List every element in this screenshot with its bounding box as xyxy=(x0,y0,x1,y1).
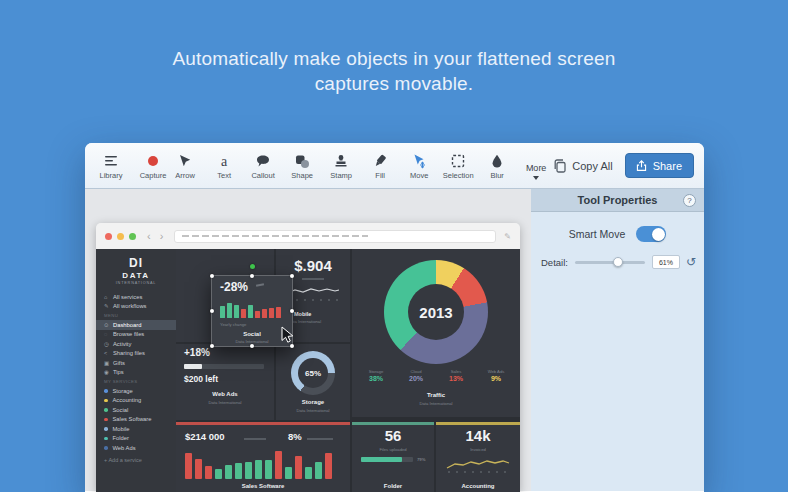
floating-caption: Yearly change xyxy=(220,322,246,327)
service-color-dot xyxy=(104,408,108,412)
svg-text:a: a xyxy=(221,153,228,168)
copy-all-button[interactable]: Copy All xyxy=(552,158,612,174)
stat-label: Storage xyxy=(356,369,396,374)
bar xyxy=(265,460,272,479)
selection-handle[interactable] xyxy=(290,344,294,348)
services-section-header: MY SERVICES xyxy=(96,377,176,386)
bar xyxy=(255,460,262,479)
help-button[interactable]: ? xyxy=(683,194,696,207)
webads-amount: $200 left xyxy=(184,374,218,384)
sales-percent: 8% xyxy=(288,431,302,442)
selection-handle[interactable] xyxy=(290,309,294,313)
tool-text[interactable]: a Text xyxy=(208,152,240,180)
hero-text: Automatically make objects in your flatt… xyxy=(0,46,788,96)
sidebar-service-item: Web Ads xyxy=(96,443,176,453)
copy-all-label: Copy All xyxy=(572,160,612,172)
bar xyxy=(185,453,192,479)
sidebar-service-item: Sales Software xyxy=(96,415,176,425)
tile-sales[interactable]: $214 000 8% Sales Software xyxy=(176,422,350,492)
selection-handle[interactable] xyxy=(250,344,254,348)
bar xyxy=(315,462,322,479)
tile-accounting[interactable]: 14k Invoiced Accounting xyxy=(436,422,520,492)
services-list: Storage Accounting xyxy=(96,386,176,453)
storage-value: 65% xyxy=(291,351,335,395)
more-label: More xyxy=(526,163,547,173)
selection-handle[interactable] xyxy=(210,344,214,348)
sidebar-item-sharing-files: < Sharing files xyxy=(96,349,176,359)
logo-monogram: DI xyxy=(96,256,176,270)
traffic-light-close xyxy=(105,233,112,240)
tool-more[interactable]: More xyxy=(520,163,552,180)
traffic-stat: Web Ads 9% xyxy=(476,369,516,382)
service-color-dot xyxy=(104,446,108,450)
toolbar: Library Capture Arrow a Text xyxy=(85,143,704,189)
tile-traffic[interactable]: 2013 Storage 38% xyxy=(352,249,520,417)
blur-icon xyxy=(489,152,505,170)
panel-title: Tool Properties xyxy=(578,194,658,206)
service-color-dot xyxy=(104,389,108,393)
panel-header: Tool Properties ? xyxy=(531,189,704,212)
traffic-light-zoom xyxy=(129,233,136,240)
bar xyxy=(255,311,260,318)
selection-handle[interactable] xyxy=(210,309,214,313)
selection-handle[interactable] xyxy=(210,274,214,278)
accounting-value: 14k xyxy=(436,427,520,444)
callout-icon xyxy=(255,152,271,170)
tool-fill[interactable]: Fill xyxy=(364,152,396,180)
gift-icon: ▣ xyxy=(104,360,113,366)
menu-section-header: MENU xyxy=(96,311,176,320)
tool-callout[interactable]: Callout xyxy=(247,152,279,180)
tile-webads[interactable]: +18% $200 left Web Ads Data Internationa… xyxy=(176,344,274,420)
tool-selection[interactable]: Selection xyxy=(442,152,474,180)
tool-stamp[interactable]: Stamp xyxy=(325,152,357,180)
stat-value: 13% xyxy=(436,375,476,382)
stamp-icon xyxy=(333,152,349,170)
tile-storage[interactable]: 65% Storage Data International xyxy=(276,344,350,420)
selection-handle[interactable] xyxy=(290,274,294,278)
detail-slider[interactable] xyxy=(575,261,645,264)
bar xyxy=(248,305,253,318)
reset-icon[interactable]: ↺ xyxy=(686,256,696,268)
sidebar-item-gifts: ▣ Gifts xyxy=(96,358,176,368)
rotate-handle[interactable] xyxy=(250,264,255,269)
sidebar-item-all-workflows: ✎ All workflows xyxy=(96,302,176,312)
smart-move-toggle[interactable] xyxy=(636,226,666,242)
bulb-icon: ◉ xyxy=(104,369,113,375)
bar xyxy=(276,307,281,318)
tool-arrow[interactable]: Arrow xyxy=(169,152,201,180)
tool-blur[interactable]: Blur xyxy=(481,152,513,180)
storage-label: Storage xyxy=(276,399,350,405)
stat-label: Sales xyxy=(436,369,476,374)
divider xyxy=(244,438,266,440)
logo-subtitle: INTERNATIONAL xyxy=(96,281,176,285)
detail-value-box[interactable]: 61% xyxy=(652,255,680,269)
tool-move[interactable]: Move xyxy=(403,152,435,180)
sidebar-service-item: Folder xyxy=(96,434,176,444)
slider-knob[interactable] xyxy=(613,257,623,267)
selection-handle[interactable] xyxy=(250,274,254,278)
detail-label: Detail: xyxy=(541,257,568,268)
bar xyxy=(262,309,267,318)
accounting-label: Accounting xyxy=(436,483,520,489)
editor-canvas[interactable]: ‹ › ✎ DI DATA INTERNATIONAL xyxy=(85,189,531,491)
traffic-stats: Storage 38% Cloud 20% xyxy=(356,369,516,382)
tile-folder[interactable]: 56 Files uploaded 79% Folder xyxy=(352,422,434,492)
bar xyxy=(227,303,232,318)
library-button[interactable]: Library xyxy=(95,152,127,180)
stat-label: Web Ads xyxy=(476,369,516,374)
sidebar-item-all-services: ⌂ All services xyxy=(96,292,176,302)
share-button[interactable]: Share xyxy=(625,153,694,178)
traffic-donut: 2013 xyxy=(384,260,488,364)
sidebar-service-item: Mobile xyxy=(96,424,176,434)
bar xyxy=(269,308,274,318)
mobile-sparkline xyxy=(286,284,340,304)
arrow-icon xyxy=(177,152,193,170)
tool-shape[interactable]: Shape xyxy=(286,152,318,180)
squiggle xyxy=(256,283,264,287)
stat-value: 20% xyxy=(396,375,436,382)
folder-label: Folder xyxy=(352,483,434,489)
traffic-stat: Storage 38% xyxy=(356,369,396,382)
capture-button[interactable]: Capture xyxy=(137,152,169,180)
bar xyxy=(241,309,246,318)
hero-line2: captures movable. xyxy=(0,71,788,96)
